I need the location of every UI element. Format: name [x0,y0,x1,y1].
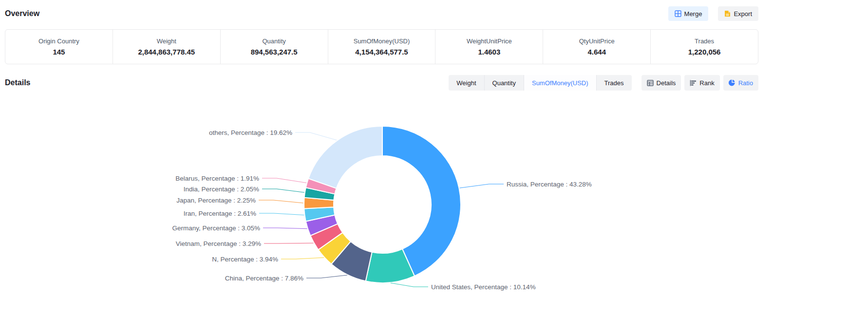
table-icon [647,80,654,86]
export-button-label: Export [734,10,752,18]
tab-sum-of-money[interactable]: SumOfMoney(USD) [524,75,597,91]
header: Overview Merge Export [5,0,758,21]
stat-label: Weight [157,37,176,45]
stat-label: SumOfMoney(USD) [354,37,410,45]
page-title: Overview [5,9,39,18]
stat-origin-country: Origin Country 145 [5,30,113,64]
view-tab-label: Details [657,79,676,87]
view-tab-label: Rank [699,79,714,87]
stat-label: WeightUnitPrice [467,37,512,45]
tab-quantity[interactable]: Quantity [485,75,524,91]
slice-label-united-states: United States, Percentage : 10.14% [431,283,536,291]
stat-value: 894,563,247.5 [251,48,298,56]
stat-qty-unit-price: QtyUnitPrice 4.644 [543,30,651,64]
leader-line-india [262,189,304,192]
stat-value: 2,844,863,778.45 [138,48,195,56]
leader-line-iran [259,213,304,215]
stat-value: 1,220,056 [688,48,721,56]
view-tab-details[interactable]: Details [642,75,681,91]
header-buttons: Merge Export [668,6,758,21]
slice-label-others: others, Percentage : 19.62% [209,129,292,136]
merge-button[interactable]: Merge [668,6,709,21]
view-tab-group: Details Rank Ratio [642,75,758,91]
view-tab-rank[interactable]: Rank [684,75,719,91]
rank-icon [690,80,697,86]
tab-trades[interactable]: Trades [597,75,632,91]
slice-label-russia: Russia, Percentage : 43.28% [507,181,592,188]
leader-line-united-states [391,283,428,287]
stat-weight-unit-price: WeightUnitPrice 1.4603 [435,30,543,64]
stat-label: Trades [695,37,714,45]
stat-label: Origin Country [38,37,79,45]
overview-stats-card: Origin Country 145 Weight 2,844,863,778.… [5,29,758,64]
slice-label-germany: Germany, Percentage : 3.05% [172,224,260,232]
leader-line-vietnam [264,243,314,243]
details-title: Details [5,78,30,87]
slice-label-n: N, Percentage : 3.94% [212,256,278,263]
metric-tab-group: Weight Quantity SumOfMoney(USD) Trades [449,75,631,91]
leader-line-n [281,258,324,259]
leader-line-belarus [262,178,306,183]
stat-label: QtyUnitPrice [579,37,615,45]
stat-label: Quantity [262,37,285,45]
stat-value: 1.4603 [478,48,500,56]
stat-quantity: Quantity 894,563,247.5 [221,30,328,64]
stat-value: 145 [53,48,65,56]
slice-label-iran: Iran, Percentage : 2.61% [184,210,256,217]
stat-trades: Trades 1,220,056 [651,30,758,64]
slice-label-china: China, Percentage : 7.86% [225,275,303,282]
leader-line-china [306,275,347,278]
export-button[interactable]: Export [718,6,758,21]
stat-value: 4.644 [587,48,606,56]
details-header-row: Details Weight Quantity SumOfMoney(USD) … [5,75,758,91]
view-tab-label: Ratio [738,79,753,87]
tab-weight[interactable]: Weight [449,75,484,91]
slice-label-india: India, Percentage : 2.05% [184,186,259,193]
slice-label-japan: Japan, Percentage : 2.25% [176,197,256,204]
stat-weight: Weight 2,844,863,778.45 [113,30,221,64]
stat-sum-of-money: SumOfMoney(USD) 4,154,364,577.5 [328,30,436,64]
stat-value: 4,154,364,577.5 [355,48,408,56]
leader-line-japan [259,200,303,203]
export-icon [724,10,731,17]
leader-line-russia [459,184,504,188]
merge-icon [675,10,681,17]
slice-label-belarus: Belarus, Percentage : 1.91% [175,175,259,182]
leader-line-others [295,132,337,140]
pie-icon [729,79,736,86]
details-controls: Weight Quantity SumOfMoney(USD) Trades D… [449,75,758,91]
leader-line-germany [263,228,307,229]
view-tab-ratio[interactable]: Ratio [723,75,758,91]
merge-button-label: Merge [684,10,702,18]
slice-label-vietnam: Vietnam, Percentage : 3.29% [176,240,261,247]
